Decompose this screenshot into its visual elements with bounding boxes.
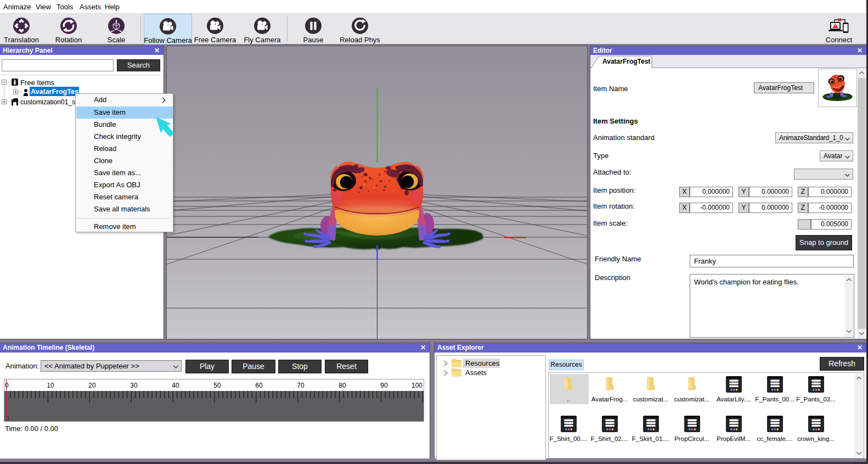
svg-text:!: ! bbox=[835, 24, 836, 28]
svg-text:30: 30 bbox=[130, 382, 138, 389]
svg-text:100: 100 bbox=[412, 382, 422, 389]
svg-text:20: 20 bbox=[88, 382, 96, 389]
svg-text:80: 80 bbox=[339, 382, 346, 389]
svg-text:60: 60 bbox=[255, 382, 263, 389]
svg-text:0: 0 bbox=[5, 382, 9, 389]
svg-text:10: 10 bbox=[47, 382, 54, 389]
svg-text:70: 70 bbox=[297, 382, 305, 389]
svg-text:90: 90 bbox=[380, 382, 388, 389]
svg-text:50: 50 bbox=[213, 382, 221, 389]
svg-text:40: 40 bbox=[172, 382, 179, 389]
